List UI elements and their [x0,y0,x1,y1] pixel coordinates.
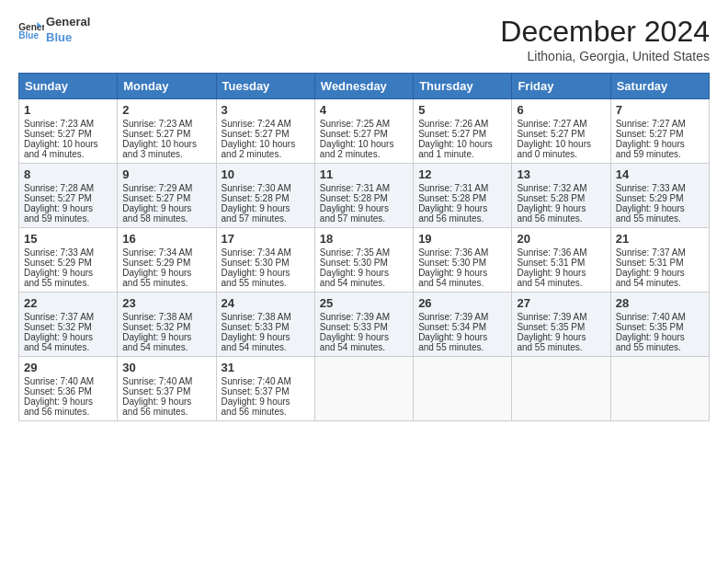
day-info-line: Sunset: 5:37 PM [122,386,210,396]
day-info-line: and 56 minutes. [122,407,210,417]
day-info-line: Sunrise: 7:29 AM [122,183,210,193]
day-info-line: Sunset: 5:32 PM [24,322,112,332]
weekday-header-row: SundayMondayTuesdayWednesdayThursdayFrid… [19,74,710,99]
calendar-cell: 13Sunrise: 7:32 AMSunset: 5:28 PMDayligh… [512,164,610,228]
day-info-line: Daylight: 9 hours [24,332,112,342]
day-info-line: and 59 minutes. [616,149,704,159]
day-info-line: Sunset: 5:29 PM [616,193,704,203]
calendar-cell: 29Sunrise: 7:40 AMSunset: 5:36 PMDayligh… [19,357,118,421]
calendar-cell: 17Sunrise: 7:34 AMSunset: 5:30 PMDayligh… [216,228,314,293]
day-info-line: Sunrise: 7:37 AM [616,247,704,258]
day-info-line: Sunrise: 7:28 AM [24,183,112,193]
day-info-line: Sunset: 5:27 PM [320,129,408,139]
day-info-line: and 56 minutes. [24,407,112,417]
day-info-line: Sunset: 5:28 PM [222,193,310,203]
title-block: December 2024 Lithonia, Georgia, United … [500,15,710,63]
day-info-line: Daylight: 9 hours [122,203,210,213]
day-info-line: Daylight: 9 hours [616,332,704,342]
calendar-cell: 14Sunrise: 7:33 AMSunset: 5:29 PMDayligh… [610,164,709,228]
day-info-line: Sunset: 5:28 PM [320,193,408,203]
day-info-line: and 55 minutes. [122,278,210,288]
day-info-line: and 55 minutes. [222,278,310,288]
day-info-line: and 54 minutes. [418,278,506,288]
day-info-line: and 58 minutes. [122,213,210,224]
day-info-line: Sunset: 5:30 PM [320,258,408,268]
day-number: 10 [222,167,310,181]
calendar-cell: 10Sunrise: 7:30 AMSunset: 5:28 PMDayligh… [216,164,314,228]
day-number: 16 [122,232,210,246]
calendar-cell: 31Sunrise: 7:40 AMSunset: 5:37 PMDayligh… [216,357,314,421]
day-info-line: Daylight: 10 hours [122,139,210,149]
day-number: 11 [320,167,408,181]
calendar-title: December 2024 [500,15,710,49]
logo-blue: Blue [46,30,90,46]
day-number: 7 [616,103,704,117]
day-info-line: Sunrise: 7:40 AM [122,376,210,386]
logo: General Blue General Blue [18,15,90,46]
calendar-cell [512,357,610,421]
day-info-line: Daylight: 9 hours [418,268,506,278]
day-info-line: Daylight: 9 hours [122,268,210,278]
day-number: 19 [418,232,506,246]
day-info-line: and 54 minutes. [222,342,310,352]
day-number: 13 [517,167,605,181]
day-info-line: Sunset: 5:31 PM [517,258,605,268]
day-info-line: Sunset: 5:29 PM [24,258,112,268]
day-info-line: Sunset: 5:34 PM [418,322,506,332]
day-info-line: Sunrise: 7:27 AM [616,119,704,129]
day-info-line: Sunrise: 7:27 AM [517,119,605,129]
day-info-line: Sunrise: 7:32 AM [517,183,605,193]
day-number: 17 [222,232,310,246]
calendar-cell: 19Sunrise: 7:36 AMSunset: 5:30 PMDayligh… [414,228,512,293]
day-number: 23 [122,296,210,310]
day-info-line: Sunset: 5:37 PM [222,386,310,396]
week-row-2: 8Sunrise: 7:28 AMSunset: 5:27 PMDaylight… [19,164,710,228]
day-info-line: Daylight: 10 hours [222,139,310,149]
day-info-line: Sunrise: 7:35 AM [320,247,408,258]
week-row-1: 1Sunrise: 7:23 AMSunset: 5:27 PMDaylight… [19,99,710,164]
day-info-line: Sunset: 5:27 PM [616,129,704,139]
calendar-cell: 1Sunrise: 7:23 AMSunset: 5:27 PMDaylight… [19,99,118,164]
day-info-line: Sunrise: 7:31 AM [418,183,506,193]
day-info-line: and 55 minutes. [418,342,506,352]
calendar-cell: 27Sunrise: 7:39 AMSunset: 5:35 PMDayligh… [512,293,610,357]
day-info-line: Sunrise: 7:40 AM [222,376,310,386]
calendar-cell: 30Sunrise: 7:40 AMSunset: 5:37 PMDayligh… [118,357,216,421]
day-number: 30 [122,361,210,374]
calendar-cell: 7Sunrise: 7:27 AMSunset: 5:27 PMDaylight… [610,99,709,164]
calendar-cell [610,357,709,421]
day-info-line: and 54 minutes. [320,278,408,288]
day-info-line: and 55 minutes. [517,342,605,352]
day-info-line: and 54 minutes. [24,342,112,352]
day-info-line: Sunrise: 7:34 AM [222,247,310,258]
day-info-line: Daylight: 9 hours [616,139,704,149]
day-number: 29 [24,361,112,374]
day-info-line: Sunset: 5:27 PM [222,129,310,139]
weekday-thursday: Thursday [414,74,512,99]
weekday-friday: Friday [512,74,610,99]
logo-icon: General Blue [18,20,44,40]
day-info-line: and 56 minutes. [418,213,506,224]
day-info-line: Daylight: 9 hours [122,396,210,407]
day-info-line: Daylight: 9 hours [24,203,112,213]
day-info-line: Sunrise: 7:39 AM [418,312,506,322]
calendar-body: 1Sunrise: 7:23 AMSunset: 5:27 PMDaylight… [19,99,710,421]
day-info-line: and 55 minutes. [616,213,704,224]
day-info-line: and 55 minutes. [616,342,704,352]
day-number: 8 [24,167,112,181]
day-info-line: Sunrise: 7:25 AM [320,119,408,129]
logo-general: General [46,15,90,30]
calendar-cell: 5Sunrise: 7:26 AMSunset: 5:27 PMDaylight… [414,99,512,164]
day-info-line: Daylight: 9 hours [24,396,112,407]
day-info-line: Sunset: 5:27 PM [418,129,506,139]
day-info-line: Sunset: 5:33 PM [320,322,408,332]
day-info-line: Sunset: 5:33 PM [222,322,310,332]
day-info-line: Daylight: 9 hours [320,268,408,278]
day-info-line: Sunrise: 7:33 AM [24,247,112,258]
day-number: 14 [616,167,704,181]
calendar-cell: 24Sunrise: 7:38 AMSunset: 5:33 PMDayligh… [216,293,314,357]
day-number: 25 [320,296,408,310]
day-info-line: Sunrise: 7:40 AM [24,376,112,386]
day-info-line: and 59 minutes. [24,213,112,224]
svg-text:Blue: Blue [18,30,39,40]
